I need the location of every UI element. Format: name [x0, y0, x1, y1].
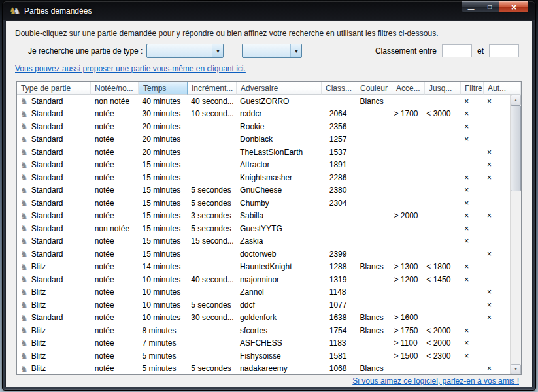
- game-type-combobox[interactable]: ▼: [146, 44, 224, 58]
- cell-opponent[interactable]: sfcortes: [236, 326, 321, 335]
- cell-color[interactable]: Blancs: [356, 97, 392, 106]
- cell-time[interactable]: 20 minutes: [138, 148, 187, 157]
- cell-rating-min[interactable]: > 1500: [391, 351, 424, 361]
- cell-game-type[interactable]: ♞ Standard: [17, 313, 91, 322]
- cell-increment[interactable]: 30 second...: [187, 313, 236, 322]
- table-row[interactable]: ♞ Blitz notée 8 minutes sfcortes 1754 Bl…: [17, 324, 510, 337]
- cell-opponent[interactable]: Chumby: [236, 199, 321, 208]
- cell-rating[interactable]: 2286: [321, 173, 356, 182]
- maximize-button[interactable]: □: [480, 1, 499, 13]
- cell-rating[interactable]: 2064: [321, 109, 356, 118]
- table-row[interactable]: ♞ Blitz notée 5 minutes Fishysoisse 1581…: [17, 350, 510, 363]
- column-header-color[interactable]: Couleur: [356, 82, 392, 95]
- cell-time[interactable]: 7 minutes: [138, 338, 187, 348]
- cell-time[interactable]: 15 minutes: [138, 186, 187, 195]
- rating-min-input[interactable]: [442, 44, 472, 57]
- cell-increment[interactable]: 5 secondes: [187, 301, 236, 310]
- cell-rated[interactable]: non notée: [91, 224, 139, 233]
- cell-rated[interactable]: notée: [91, 109, 139, 118]
- cell-rating-min[interactable]: > 2000: [391, 211, 424, 220]
- cell-rated[interactable]: notée: [91, 122, 139, 131]
- scrollbar-track[interactable]: [511, 105, 521, 364]
- cell-opponent[interactable]: Zannol: [236, 287, 321, 297]
- cell-auto[interactable]: ×: [482, 287, 510, 297]
- cell-game-type[interactable]: ♞ Standard: [17, 148, 91, 157]
- cell-opponent[interactable]: doctorweb: [236, 250, 321, 259]
- window-titlebar[interactable]: ♞ ♞ Parties demandées: [3, 1, 535, 20]
- cell-auto[interactable]: ×: [482, 160, 510, 169]
- cell-game-type[interactable]: ♞ Blitz: [17, 351, 91, 361]
- cell-rated[interactable]: notée: [91, 173, 139, 182]
- cell-rating[interactable]: 1891: [321, 160, 356, 169]
- table-row[interactable]: ♞ Standard notée 15 minutes 5 secondes C…: [17, 197, 510, 210]
- cell-time[interactable]: 10 minutes: [138, 287, 187, 297]
- column-header-type[interactable]: Type de partie: [17, 82, 91, 95]
- table-row[interactable]: ♞ Standard notée 30 minutes 10 second...…: [17, 108, 510, 121]
- cell-time[interactable]: 15 minutes: [138, 160, 187, 169]
- cell-time[interactable]: 15 minutes: [138, 173, 187, 182]
- cell-increment[interactable]: 10 second...: [187, 109, 236, 118]
- cell-game-type[interactable]: ♞ Blitz: [17, 338, 91, 348]
- cell-filter[interactable]: ×: [460, 275, 482, 284]
- cell-rating[interactable]: 1257: [321, 135, 356, 144]
- table-row[interactable]: ♞ Standard notée 15 minutes 3 secondes S…: [17, 210, 510, 223]
- cell-opponent[interactable]: GuestYYTG: [236, 224, 321, 233]
- cell-rating[interactable]: 1537: [321, 148, 356, 157]
- cell-increment[interactable]: 5 secondes: [187, 364, 236, 373]
- cell-rating[interactable]: 1638: [321, 313, 356, 322]
- table-row[interactable]: ♞ Blitz notée 10 minutes 5 secondes ddcf…: [17, 299, 510, 312]
- cell-game-type[interactable]: ♞ Standard: [17, 211, 91, 220]
- cell-game-type[interactable]: ♞ Blitz: [17, 301, 91, 310]
- cell-game-type[interactable]: ♞ Standard: [17, 109, 91, 118]
- table-row[interactable]: ♞ Standard notée 20 minutes Rookie 2356 …: [17, 120, 510, 133]
- table-row[interactable]: ♞ Blitz notée 7 minutes ASFCHESS 1183 > …: [17, 337, 510, 350]
- cell-game-type[interactable]: ♞ Standard: [17, 199, 91, 208]
- chevron-down-icon[interactable]: ▼: [290, 44, 301, 57]
- cell-time[interactable]: 15 minutes: [138, 237, 187, 246]
- cell-auto[interactable]: ×: [482, 313, 510, 322]
- cell-rating[interactable]: 1077: [321, 301, 356, 310]
- scroll-up-button[interactable]: ▲: [511, 95, 521, 105]
- cell-auto[interactable]: ×: [482, 364, 510, 373]
- cell-rating-min[interactable]: > 1700: [391, 109, 424, 118]
- cell-opponent[interactable]: rcddcr: [236, 109, 321, 118]
- cell-game-type[interactable]: ♞ Standard: [17, 122, 91, 131]
- cell-game-type[interactable]: ♞ Blitz: [17, 364, 91, 373]
- cell-rated[interactable]: notée: [91, 148, 139, 157]
- cell-color[interactable]: Blancs: [356, 313, 392, 322]
- cell-time[interactable]: 5 minutes: [138, 364, 187, 373]
- cell-color[interactable]: Blancs: [356, 364, 392, 373]
- scrollbar-thumb[interactable]: [511, 105, 521, 191]
- table-row[interactable]: ♞ Standard notée 15 minutes 5 secondes G…: [17, 184, 510, 197]
- cell-filter[interactable]: ×: [460, 173, 482, 182]
- cell-filter[interactable]: ×: [460, 199, 482, 208]
- cell-game-type[interactable]: ♞ Standard: [17, 173, 91, 182]
- cell-game-type[interactable]: ♞ Standard: [17, 160, 91, 169]
- cell-opponent[interactable]: Rookie: [236, 122, 321, 131]
- chevron-down-icon[interactable]: ▼: [212, 44, 223, 57]
- column-header-rated[interactable]: Notée/no...: [91, 82, 139, 95]
- cell-game-type[interactable]: ♞ Standard: [17, 135, 91, 144]
- table-row[interactable]: ♞ Standard notée 15 minutes Attractor 18…: [17, 159, 510, 172]
- cell-game-type[interactable]: ♞ Standard: [17, 224, 91, 233]
- cell-time[interactable]: 5 minutes: [138, 351, 187, 361]
- cell-rated[interactable]: non notée: [91, 97, 139, 106]
- scroll-down-button[interactable]: ▼: [511, 364, 521, 374]
- cell-rating[interactable]: 1183: [321, 338, 356, 348]
- cell-opponent[interactable]: GnuCheese: [236, 186, 321, 195]
- cell-increment[interactable]: 40 second...: [187, 275, 236, 284]
- cell-opponent[interactable]: goldenfork: [236, 313, 321, 322]
- cell-rated[interactable]: notée: [91, 313, 139, 322]
- cell-rating[interactable]: 1068: [321, 364, 356, 373]
- cell-rated[interactable]: notée: [91, 199, 139, 208]
- column-header-time[interactable]: Temps: [139, 82, 188, 95]
- column-header-auto[interactable]: Aut...: [484, 82, 511, 95]
- cell-auto[interactable]: ×: [482, 97, 510, 106]
- cell-time[interactable]: 10 minutes: [138, 313, 187, 322]
- cell-opponent[interactable]: Sabilla: [236, 211, 321, 220]
- cell-opponent[interactable]: ddcf: [236, 301, 321, 310]
- table-row[interactable]: ♞ Standard non notée 15 minutes 5 second…: [17, 222, 510, 235]
- cell-filter[interactable]: ×: [460, 211, 482, 220]
- table-row[interactable]: ♞ Standard notée 15 minutes 15 second...…: [17, 235, 510, 248]
- cell-time[interactable]: 30 minutes: [138, 109, 187, 118]
